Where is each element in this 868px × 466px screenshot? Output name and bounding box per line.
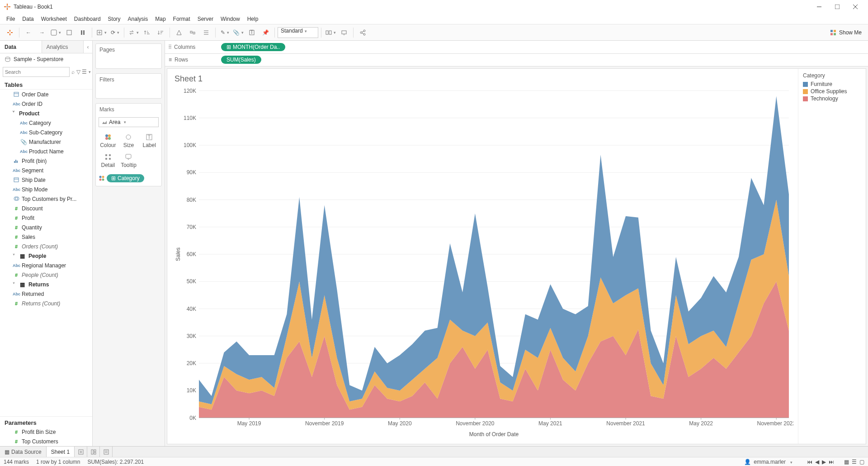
marks-colour-pill[interactable]: ⊞Category	[107, 174, 144, 182]
menu-help[interactable]: Help	[244, 15, 262, 23]
field-top-customers-by-pr-[interactable]: Top Customers by Pr...	[0, 194, 92, 204]
nav-next-icon[interactable]: ▶	[822, 459, 826, 465]
columns-shelf[interactable]: ⦙⦙⦙Columns ⊞MONTH(Order Da..	[165, 41, 868, 54]
fields-list[interactable]: Order DateAbcOrder ID˅ProductAbcCategory…	[0, 89, 92, 416]
minimize-button[interactable]	[810, 0, 828, 14]
field-order-date[interactable]: Order Date	[0, 90, 92, 99]
marks-colour[interactable]: Colour	[98, 131, 118, 151]
new-story-tab[interactable]	[100, 447, 113, 457]
label-button[interactable]: T	[245, 26, 258, 39]
menu-story[interactable]: Story	[104, 15, 124, 23]
redo-button[interactable]: →	[36, 26, 48, 39]
user-dropdown-icon[interactable]	[788, 459, 793, 465]
view-thumb-icon[interactable]: ▢	[859, 459, 864, 465]
group-returns[interactable]: ˅▦Returns	[0, 280, 92, 289]
pages-shelf[interactable]: Pages	[95, 43, 162, 69]
mark-type-dropdown[interactable]: Area	[99, 117, 159, 127]
view-grid-icon[interactable]: ▦	[844, 459, 849, 465]
tab-analytics[interactable]: Analytics	[42, 41, 84, 53]
new-worksheet-tab[interactable]	[75, 447, 87, 457]
save-button[interactable]	[49, 26, 62, 39]
search-input[interactable]	[3, 67, 70, 77]
sheet1-tab[interactable]: Sheet 1	[47, 447, 75, 457]
chart-area[interactable]: Sheet 1 0K10K20K30K40K50K60K70K80K90K100…	[167, 69, 798, 444]
marks-label[interactable]: TLabel	[139, 131, 160, 151]
menu-analysis[interactable]: Analysis	[124, 15, 152, 23]
field-product[interactable]: ˅Product	[0, 109, 92, 118]
field-sales[interactable]: #Sales	[0, 232, 92, 242]
field-ship-date[interactable]: Ship Date	[0, 175, 92, 185]
field-people-count-[interactable]: #People (Count)	[0, 270, 92, 280]
field-returned[interactable]: AbcReturned	[0, 289, 92, 299]
group-button[interactable]	[186, 26, 199, 39]
new-data-source-button[interactable]	[63, 26, 75, 39]
highlight-button[interactable]	[173, 26, 185, 39]
field-sub-category[interactable]: AbcSub-Category	[0, 128, 92, 137]
field-regional-manager[interactable]: AbcRegional Manager	[0, 261, 92, 270]
totals-button[interactable]	[200, 26, 212, 39]
share-button[interactable]	[356, 26, 369, 39]
datasource-name[interactable]: Sample - Superstore	[0, 53, 92, 65]
rows-shelf[interactable]: ≡Rows SUM(Sales)	[165, 54, 868, 67]
swap-button[interactable]	[127, 26, 140, 39]
undo-button[interactable]: ←	[22, 26, 35, 39]
fit-dropdown[interactable]: Standard	[278, 27, 318, 38]
field-orders-count-[interactable]: #Orders (Count)	[0, 242, 92, 251]
menu-dashboard[interactable]: Dashboard	[71, 15, 104, 23]
nav-first-icon[interactable]: ⏮	[807, 459, 812, 465]
filters-shelf[interactable]: Filters	[95, 73, 162, 99]
menu-file[interactable]: File	[3, 15, 19, 23]
show-cards-button[interactable]	[324, 26, 337, 39]
new-dashboard-tab[interactable]	[87, 447, 100, 457]
menu-worksheet[interactable]: Worksheet	[38, 15, 71, 23]
pause-auto-updates-button[interactable]	[76, 26, 89, 39]
nav-prev-icon[interactable]: ◀	[815, 459, 819, 465]
field-quantity[interactable]: #Quantity	[0, 223, 92, 232]
field-top-customers[interactable]: #Top Customers	[0, 437, 92, 446]
columns-pill[interactable]: ⊞MONTH(Order Da..	[221, 43, 285, 51]
field-product-name[interactable]: AbcProduct Name	[0, 147, 92, 156]
highlight-pen-icon[interactable]: ✎	[218, 26, 231, 39]
filter-fields-icon[interactable]: ▽	[76, 68, 80, 76]
duplicate-sheet-button[interactable]: ⟳	[108, 26, 121, 39]
tableau-logo-icon[interactable]	[4, 26, 16, 39]
menu-window[interactable]: Window	[217, 15, 244, 23]
nav-last-icon[interactable]: ⏭	[829, 459, 834, 465]
field-order-id[interactable]: AbcOrder ID	[0, 99, 92, 109]
rows-pill[interactable]: SUM(Sales)	[221, 56, 261, 64]
marks-size[interactable]: Size	[118, 131, 139, 151]
tab-data[interactable]: Data	[0, 41, 42, 53]
view-list-icon[interactable]: ☰	[852, 459, 857, 465]
menu-data[interactable]: Data	[19, 15, 37, 23]
data-source-tab[interactable]: ▦Data Source	[0, 447, 47, 457]
menu-server[interactable]: Server	[194, 15, 217, 23]
legend-item-office-supplies[interactable]: Office Supplies	[803, 88, 861, 95]
status-user[interactable]: emma.marler	[754, 459, 786, 465]
pin-icon[interactable]: 📌	[259, 26, 272, 39]
field-segment[interactable]: AbcSegment	[0, 166, 92, 175]
marks-tooltip[interactable]: Tooltip	[118, 151, 139, 171]
field-profit-bin-size[interactable]: #Profit Bin Size	[0, 427, 92, 437]
search-icon[interactable]: ⌕	[71, 68, 75, 76]
collapse-pane-icon[interactable]: ‹	[83, 41, 92, 53]
group-people[interactable]: ˅▦People	[0, 251, 92, 261]
marks-detail[interactable]: Detail	[98, 151, 118, 171]
sort-asc-button[interactable]	[141, 26, 153, 39]
close-button[interactable]	[846, 0, 864, 14]
field-ship-mode[interactable]: AbcShip Mode	[0, 185, 92, 194]
menu-format[interactable]: Format	[170, 15, 194, 23]
presentation-mode-button[interactable]	[338, 26, 350, 39]
sheet-title[interactable]: Sheet 1	[174, 72, 793, 87]
view-fields-icon[interactable]: ☰	[82, 68, 90, 76]
sort-desc-button[interactable]	[154, 26, 167, 39]
field-profit[interactable]: #Profit	[0, 213, 92, 223]
field-manufacturer[interactable]: 📎Manufacturer	[0, 137, 92, 147]
menu-map[interactable]: Map	[151, 15, 169, 23]
field-category[interactable]: AbcCategory	[0, 118, 92, 128]
field-returns-count-[interactable]: #Returns (Count)	[0, 299, 92, 308]
field-profit-bin-[interactable]: Profit (bin)	[0, 156, 92, 166]
show-me-button[interactable]: Show Me	[827, 29, 864, 36]
legend-item-furniture[interactable]: Furniture	[803, 81, 861, 88]
maximize-button[interactable]	[828, 0, 846, 14]
new-sheet-button[interactable]	[95, 26, 108, 39]
